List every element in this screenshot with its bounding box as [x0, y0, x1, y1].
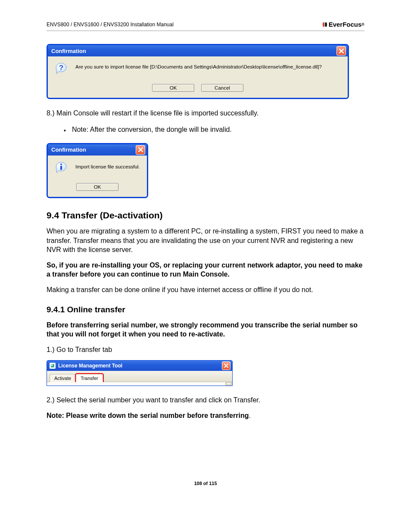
dialog-message: Are you sure to import license file [D:\…	[75, 62, 322, 69]
brand-name: EverFocus	[329, 21, 362, 28]
note-bullet: • Note: After the conversion, the dongle…	[64, 126, 364, 135]
lmt-tabstrip: Activate Transfer	[47, 371, 232, 382]
brand-reg: ®	[361, 22, 364, 27]
tab-transfer[interactable]: Transfer	[76, 374, 103, 382]
section-9-4-para-1: When you are migrating a system to a dif…	[47, 227, 364, 255]
info-icon	[54, 161, 68, 175]
lmt-titlebar: License Management Tool	[47, 361, 232, 371]
dialog-title: Confirmation	[51, 48, 86, 54]
dialog-title: Confirmation	[51, 146, 86, 153]
scrollbar[interactable]	[225, 382, 232, 386]
note-text: Note: After the conversion, the dongle w…	[72, 126, 232, 135]
bullet-icon: •	[64, 126, 66, 135]
step-8-text: 8.) Main Console will restart if the lic…	[47, 109, 364, 118]
note-write-down: Note: Please write down the serial numbe…	[47, 411, 364, 420]
section-9-4-para-2: So, if you are re-installing your OS, or…	[47, 261, 364, 279]
note-write-down-bold: Note: Please write down the serial numbe…	[47, 412, 249, 419]
close-icon[interactable]	[336, 46, 346, 56]
scroll-up-icon[interactable]	[226, 382, 231, 386]
lmt-body	[47, 382, 232, 386]
section-9-4-para-3: Making a transfer can be done online if …	[47, 285, 364, 295]
section-9-4-heading: 9.4 Transfer (De-activation)	[47, 210, 364, 221]
page-number: 108 of 115	[47, 481, 364, 486]
section-9-4-1-para-1: Before transferring serial number, we st…	[47, 320, 364, 339]
svg-rect-2	[60, 166, 62, 170]
close-icon[interactable]	[222, 361, 230, 370]
dialog-titlebar: Confirmation	[48, 144, 147, 156]
step-2-text: 2.) Select the serial number you want to…	[47, 395, 364, 405]
section-9-4-1-heading: 9.4.1 Online transfer	[47, 305, 364, 314]
dialog-message: Import license file successful.	[75, 161, 140, 169]
svg-rect-4	[51, 364, 53, 366]
lmt-title: License Management Tool	[58, 363, 122, 369]
tab-activate[interactable]: Activate	[50, 374, 76, 382]
license-management-tool-window: License Management Tool Activate Transfe…	[47, 360, 233, 386]
app-icon	[50, 363, 56, 369]
brand-logo: EverFocus®	[322, 21, 364, 28]
svg-point-1	[60, 164, 62, 165]
header-title: ENVS800 / ENVS1600 / ENVS3200 Installati…	[47, 22, 174, 28]
svg-text:?: ?	[59, 64, 63, 72]
cancel-button[interactable]: Cancel	[201, 84, 243, 92]
confirmation-dialog-success: Confirmation	[47, 143, 148, 198]
confirmation-dialog-import: Confirmation ?	[47, 44, 349, 99]
question-icon: ?	[54, 62, 68, 76]
note-write-down-period: .	[249, 412, 250, 419]
close-icon[interactable]	[136, 145, 145, 155]
ok-button[interactable]: OK	[152, 84, 194, 92]
everfocus-icon	[322, 22, 328, 28]
step-1-text: 1.) Go to Transfer tab	[47, 345, 364, 355]
dialog-titlebar: Confirmation	[48, 45, 348, 56]
header-rule	[47, 31, 364, 31]
ok-button[interactable]: OK	[76, 183, 118, 191]
page-header: ENVS800 / ENVS1600 / ENVS3200 Installati…	[47, 21, 364, 28]
